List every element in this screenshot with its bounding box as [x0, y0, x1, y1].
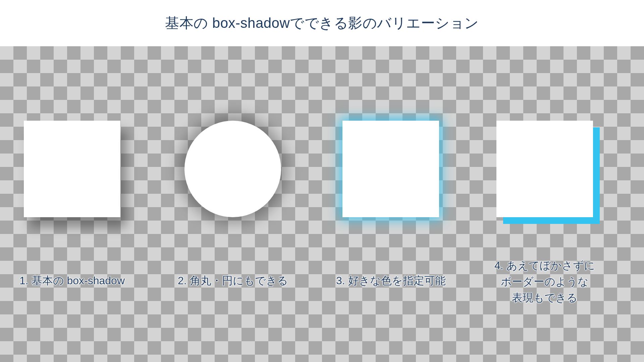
checkerboard-canvas: 1. 基本の box-shadow 2. 角丸・円にもできる 3. 好きな色を指… [0, 46, 644, 362]
caption-hard-shadow: 4. あえてぼかさずに ボーダーのような 表現もできる [494, 257, 595, 306]
example-hard-shadow: 4. あえてぼかさずに ボーダーのような 表現もできる [494, 121, 595, 306]
caption-colored-shadow: 3. 好きな色を指定可能 [336, 273, 446, 289]
caption-circle-shadow: 2. 角丸・円にもできる [178, 273, 288, 289]
shape-hard-shadow [496, 121, 593, 217]
example-circle-shadow: 2. 角丸・円にもできる [178, 121, 288, 289]
example-colored-shadow: 3. 好きな色を指定可能 [336, 121, 446, 289]
shape-colored-shadow [342, 121, 439, 217]
shape-basic-shadow [24, 121, 120, 217]
caption-basic-shadow: 1. 基本の box-shadow [19, 273, 125, 289]
example-basic-shadow: 1. 基本の box-shadow [19, 121, 125, 289]
page-header: 基本の box-shadowでできる影のバリエーション [0, 0, 644, 46]
shape-circle-shadow [184, 121, 281, 217]
page-title: 基本の box-shadowでできる影のバリエーション [165, 14, 479, 33]
